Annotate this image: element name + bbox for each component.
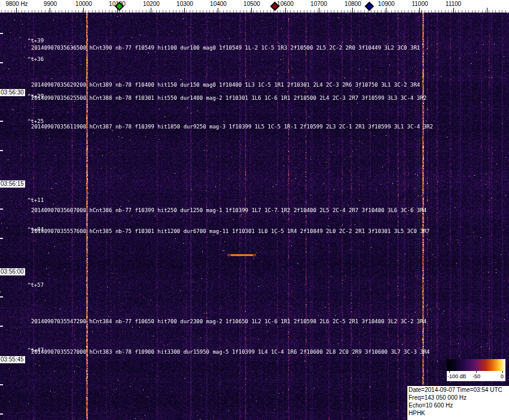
freq-tick-label: 10000 [75, 1, 92, 7]
time-tick [0, 150, 3, 151]
info-line-date: Date=2014-09-07 Time=03:54 UTC [409, 386, 509, 394]
freq-tick-label: 10900 [378, 1, 395, 7]
freq-tick-label: 10300 [176, 1, 193, 7]
event-time-marker: ^t+39 [28, 38, 44, 44]
event-data-line: 20140907035547200 hCnt384 nb-77 f10650 h… [31, 318, 426, 324]
time-tick [0, 33, 3, 34]
event-data-line: 20140907035557600 hCnt385 nb-75 f10301 h… [31, 228, 429, 234]
color-scale-gradient [447, 359, 505, 371]
event-data-line: 20140907035607000 hCnt386 nb-77 f10399 h… [31, 207, 426, 213]
time-tick [0, 121, 3, 122]
event-data-line: 20140907035629200 hCnt389 nb-78 f10400 h… [31, 82, 420, 88]
freq-tick-label: 9900 [44, 1, 57, 7]
frequency-tick-marks [0, 8, 509, 13]
event-data-line: 20140907035636500 hCnt390 nb-77 f10549 h… [31, 45, 420, 51]
time-tick [0, 296, 3, 298]
event-data-line: 20140907035625500 hCnt388 nb-78 f10301 h… [31, 95, 426, 101]
info-line-station: HPHK [409, 409, 509, 417]
freq-tick-label: 10500 [243, 1, 260, 7]
color-scale-label-min: -100 dB [447, 373, 467, 379]
time-label: 03:56:30 [0, 89, 25, 96]
freq-tick-label: 10800 [345, 1, 361, 7]
time-tick [0, 209, 3, 210]
spectrogram-window: 9800 Hz 9900 10000 10100 10200 10300 104… [0, 0, 509, 420]
event-time-marker: ^t+11 [28, 197, 44, 203]
frequency-scale: 9800 Hz 9900 10000 10100 10200 10300 104… [0, 0, 509, 13]
time-label: 03:56:00 [0, 268, 25, 275]
freq-tick-label: 10200 [143, 1, 160, 7]
event-time-marker: ^t+47 [28, 347, 44, 353]
time-tick [0, 326, 3, 327]
color-scale-label-max: 0 [501, 373, 504, 379]
freq-tick-label: 10400 [210, 1, 227, 7]
time-tick [0, 384, 3, 385]
time-label: 03:56:15 [0, 180, 25, 188]
info-line-freq: Freq=143 050 000 Hz [409, 394, 509, 401]
event-data-line: 20140907035611900 hCnt387 nb-78 f10399 h… [31, 124, 433, 130]
freq-tick-label: 11100 [446, 1, 461, 7]
time-label: 03:55:45 [0, 356, 25, 363]
event-time-marker: ^t+04 [28, 226, 44, 232]
freq-tick-label: 11000 [412, 1, 428, 7]
time-tick [0, 413, 3, 415]
time-tick [0, 238, 3, 239]
event-time-marker: ^t+57 [28, 282, 44, 288]
event-time-marker: ^t+36 [28, 56, 44, 62]
info-line-echo: Echo=10 600 Hz [409, 401, 509, 409]
spectrogram-waterfall [0, 13, 509, 420]
event-time-marker: ^t+25 [28, 118, 44, 124]
color-scale: -100 dB -50 0 [447, 359, 505, 381]
freq-tick-label: 10700 [310, 1, 327, 7]
color-scale-labels: -100 dB -50 0 [447, 371, 505, 381]
color-scale-label-mid: -50 [473, 373, 480, 379]
freq-tick-label: 9800 Hz [5, 1, 28, 7]
info-box: Date=2014-09-07 Time=03:54 UTC Freq=143 … [407, 385, 509, 420]
event-time-marker: ^t+29 [28, 93, 44, 99]
time-tick [0, 62, 3, 63]
event-data-line: 20140907035527000 hCnt383 nb-78 f10900 h… [31, 349, 429, 355]
